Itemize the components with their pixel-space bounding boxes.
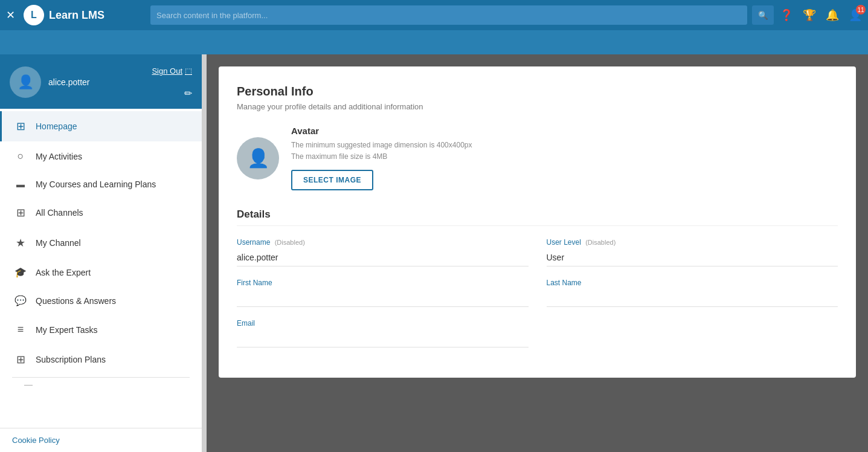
user-level-value: User bbox=[547, 249, 838, 266]
edit-profile-icon[interactable]: ✏ bbox=[184, 88, 192, 99]
last-name-group: Last Name bbox=[547, 279, 838, 307]
sidebar-item-my-channel[interactable]: ★ My Channel bbox=[0, 228, 202, 258]
sidebar-item-label: Homepage bbox=[36, 121, 77, 131]
secondary-bar bbox=[0, 30, 868, 54]
sidebar-item-questions-answers[interactable]: 💬 Questions & Answers bbox=[0, 286, 202, 315]
email-label: Email bbox=[237, 319, 529, 328]
name-row: First Name Last Name bbox=[237, 279, 838, 307]
courses-icon: ▬ bbox=[14, 179, 27, 189]
sidebar-item-label: Subscription Plans bbox=[36, 355, 106, 364]
user-level-disabled-label: (Disabled) bbox=[585, 239, 616, 246]
username-disabled-label: (Disabled) bbox=[275, 239, 305, 246]
notification-badge: 11 bbox=[856, 5, 866, 15]
username-label: Username bbox=[237, 238, 270, 247]
main-content: Personal Info Manage your profile detail… bbox=[207, 54, 868, 452]
search-input[interactable] bbox=[150, 5, 747, 25]
sidebar-item-subscription-plans[interactable]: ⊞ Subscription Plans bbox=[0, 344, 202, 375]
logo-icon: L bbox=[24, 5, 44, 25]
first-name-group: First Name bbox=[237, 279, 529, 307]
last-name-label: Last Name bbox=[547, 279, 838, 287]
my-channel-icon: ★ bbox=[14, 236, 27, 250]
bell-icon[interactable]: 🔔 bbox=[826, 8, 839, 22]
channels-icon: ⊞ bbox=[14, 206, 27, 219]
sidebar-item-label: My Courses and Learning Plans bbox=[36, 179, 156, 189]
ask-expert-icon: 🎓 bbox=[14, 266, 27, 278]
email-input[interactable] bbox=[237, 330, 529, 347]
homepage-icon: ⊞ bbox=[14, 120, 27, 133]
select-image-button[interactable]: SELECT IMAGE bbox=[291, 170, 373, 190]
expert-tasks-icon: ≡ bbox=[14, 323, 27, 336]
personal-info-subtitle: Manage your profile details and addition… bbox=[237, 102, 838, 111]
email-group: Email bbox=[237, 319, 529, 347]
activities-icon: ○ bbox=[14, 150, 27, 163]
subscription-icon: ⊞ bbox=[14, 353, 27, 366]
sidebar: 👤 alice.potter Sign Out ⬚ ✏ ⊞ Homepage ○… bbox=[0, 54, 202, 452]
nav-items: ⊞ Homepage ○ My Activities ▬ My Courses … bbox=[0, 109, 202, 428]
app-title: Learn LMS bbox=[49, 9, 104, 22]
avatar-info: Avatar The minimum suggested image dimen… bbox=[291, 126, 838, 190]
avatar-hint: The minimum suggested image dimension is… bbox=[291, 140, 838, 163]
main-layout: 👤 alice.potter Sign Out ⬚ ✏ ⊞ Homepage ○… bbox=[0, 54, 868, 452]
nav-divider: — bbox=[12, 377, 190, 378]
search-icon: 🔍 bbox=[758, 11, 768, 20]
avatar-icon: 👤 bbox=[18, 74, 34, 90]
username-label: alice.potter bbox=[48, 77, 89, 87]
top-icons: ❓ 🏆 🔔 👤 11 bbox=[780, 8, 862, 22]
search-container: 🔍 bbox=[150, 5, 774, 25]
sign-out-icon: ⬚ bbox=[185, 66, 192, 76]
username-group: Username (Disabled) alice.potter bbox=[237, 238, 529, 266]
profile-avatar: 👤 bbox=[237, 137, 279, 179]
help-icon[interactable]: ❓ bbox=[780, 8, 793, 22]
close-button[interactable]: ✕ bbox=[6, 8, 15, 22]
top-navbar: ✕ L Learn LMS 🔍 ❓ 🏆 🔔 👤 11 bbox=[0, 0, 868, 30]
username-value: alice.potter bbox=[237, 249, 529, 266]
sidebar-item-my-courses[interactable]: ▬ My Courses and Learning Plans bbox=[0, 171, 202, 198]
first-name-input[interactable] bbox=[237, 289, 529, 307]
trophy-icon[interactable]: 🏆 bbox=[803, 8, 816, 22]
sidebar-item-label: My Channel bbox=[36, 238, 81, 248]
sidebar-item-homepage[interactable]: ⊞ Homepage bbox=[0, 111, 202, 141]
profile-avatar-icon: 👤 bbox=[247, 147, 269, 169]
sidebar-item-my-expert-tasks[interactable]: ≡ My Expert Tasks bbox=[0, 315, 202, 344]
qa-icon: 💬 bbox=[14, 295, 27, 306]
sidebar-item-all-channels[interactable]: ⊞ All Channels bbox=[0, 198, 202, 228]
user-level-label: User Level bbox=[547, 238, 581, 247]
personal-info-title: Personal Info bbox=[237, 85, 838, 98]
user-section: 👤 alice.potter Sign Out ⬚ ✏ bbox=[0, 54, 202, 109]
user-info: 👤 alice.potter bbox=[10, 66, 89, 98]
sidebar-item-label: My Activities bbox=[36, 152, 82, 161]
content-card: Personal Info Manage your profile detail… bbox=[219, 66, 856, 378]
sidebar-item-label: Questions & Answers bbox=[36, 296, 116, 306]
sidebar-item-label: All Channels bbox=[36, 208, 83, 218]
cookie-policy-link[interactable]: Cookie Policy bbox=[0, 428, 202, 452]
details-title: Details bbox=[237, 208, 838, 226]
last-name-input[interactable] bbox=[547, 289, 838, 307]
first-name-label: First Name bbox=[237, 279, 529, 287]
app-logo: L Learn LMS bbox=[24, 5, 144, 25]
sidebar-item-label: My Expert Tasks bbox=[36, 325, 97, 335]
profile-icon[interactable]: 👤 11 bbox=[849, 8, 862, 22]
avatar-section: 👤 Avatar The minimum suggested image dim… bbox=[237, 126, 838, 190]
user-level-group: User Level (Disabled) User bbox=[547, 238, 838, 266]
sidebar-item-ask-expert[interactable]: 🎓 Ask the Expert bbox=[0, 258, 202, 286]
email-row: Email bbox=[237, 319, 838, 347]
resize-handle[interactable] bbox=[202, 54, 207, 452]
avatar: 👤 bbox=[10, 66, 41, 98]
username-row: Username (Disabled) alice.potter User Le… bbox=[237, 238, 838, 266]
avatar-title: Avatar bbox=[291, 126, 838, 136]
search-button[interactable]: 🔍 bbox=[752, 5, 774, 25]
sign-out-area: Sign Out ⬚ ✏ bbox=[152, 66, 192, 99]
sidebar-item-my-activities[interactable]: ○ My Activities bbox=[0, 141, 202, 171]
sidebar-item-label: Ask the Expert bbox=[36, 268, 91, 277]
sign-out-button[interactable]: Sign Out ⬚ bbox=[152, 66, 192, 76]
